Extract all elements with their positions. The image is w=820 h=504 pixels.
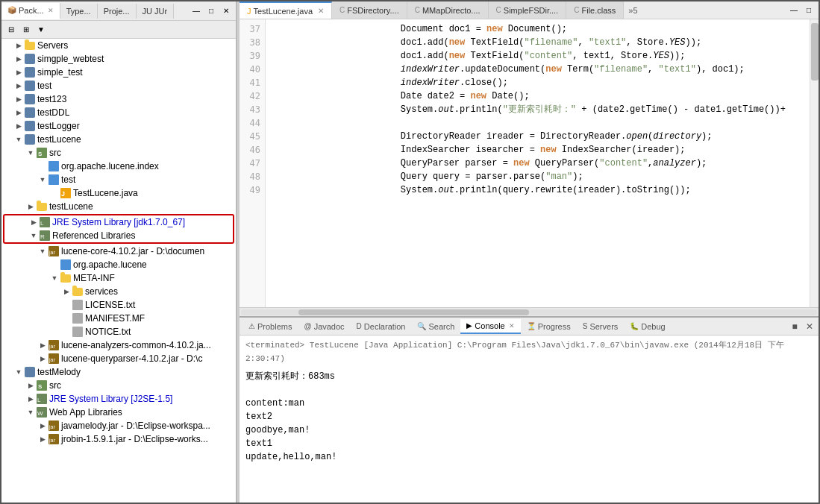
tab-type-hierarchy[interactable]: Type...	[60, 4, 98, 19]
manifest-file-icon	[72, 312, 84, 324]
item-label: Web App Libraries	[49, 407, 122, 418]
list-item[interactable]: ▶ jar lucene-analyzers-common-4.10.2.ja.…	[1, 338, 236, 352]
tab-search[interactable]: 🔍 Search	[411, 320, 460, 333]
jre-system-library-item[interactable]: ▶ L JRE System Library [jdk1.7.0_67]	[4, 215, 233, 229]
list-item[interactable]: org.apache.lucene.index	[1, 160, 236, 173]
tab-junit[interactable]: JU JUr	[137, 4, 175, 19]
stop-console-button[interactable]: ■	[789, 321, 801, 333]
list-item[interactable]: ▼ test	[1, 173, 236, 186]
toggle-icon[interactable]: ▼	[37, 248, 48, 255]
toggle-icon[interactable]: ▼	[37, 176, 48, 183]
toggle-icon[interactable]: ▼	[49, 274, 60, 282]
close-icon-package[interactable]: ✕	[48, 7, 54, 14]
toggle-icon[interactable]: ▶	[13, 42, 24, 49]
maximize-panel-button[interactable]: □	[204, 4, 218, 18]
list-item[interactable]: ▶ S src	[1, 379, 236, 392]
toggle-icon[interactable]: ▶	[37, 435, 48, 443]
toggle-icon[interactable]: ▶	[13, 122, 24, 130]
list-item[interactable]: org.apache.lucene	[1, 258, 236, 271]
list-item[interactable]: ▼ S src	[1, 146, 236, 160]
problems-icon: ⚠	[248, 322, 255, 330]
servers-icon: S	[583, 322, 588, 330]
tab-debug[interactable]: 🐛 Debug	[624, 320, 671, 333]
close-panel-button[interactable]: ✕	[219, 4, 233, 18]
list-item[interactable]: ▼ META-INF	[1, 271, 236, 285]
toggle-icon[interactable]: ▶	[28, 218, 39, 226]
tab-overflow[interactable]: »5	[624, 1, 642, 19]
tab-problems[interactable]: ⚠ Problems	[242, 320, 298, 333]
minimize-panel-button[interactable]: —	[190, 4, 203, 18]
close-console-button[interactable]: ✕	[509, 322, 515, 330]
toggle-icon[interactable]: ▼	[25, 149, 36, 157]
libraries-icon: W	[36, 406, 48, 418]
list-item[interactable]: ▶ L JRE System Library [J2SE-1.5]	[1, 392, 236, 406]
tab-mmapdirectory[interactable]: C MMapDirecto....	[407, 1, 489, 19]
toggle-icon[interactable]: ▶	[25, 395, 36, 403]
referenced-libraries-item[interactable]: ▼ R Referenced Libraries	[4, 229, 233, 242]
list-item[interactable]: ▶ test	[1, 79, 236, 92]
left-panel: 📦 Pack... ✕ Type... Proje... JU JUr — □ …	[1, 1, 237, 503]
tab-progress[interactable]: ⏳ Progress	[521, 320, 577, 333]
toggle-icon[interactable]: ▶	[13, 95, 24, 103]
toggle-icon[interactable]: ▶	[25, 382, 36, 389]
collapse-all-button[interactable]: ⊟	[4, 23, 18, 37]
tab-testlucene[interactable]: J TestLucene.java ✕	[240, 1, 332, 19]
item-label: org.apache.lucene.index	[61, 161, 159, 171]
tab-project-explorer[interactable]: Proje...	[98, 4, 137, 19]
vertical-scrollbar[interactable]	[810, 19, 819, 307]
tab-file-class[interactable]: C File.class	[566, 1, 624, 19]
list-item[interactable]: ▶ testLucene	[1, 200, 236, 213]
tab-label: Debug	[641, 322, 665, 331]
list-item[interactable]: ▶ jar jrobin-1.5.9.1.jar - D:\Eclipse-wo…	[1, 432, 236, 446]
toggle-icon[interactable]: ▶	[37, 341, 48, 349]
folder-icon	[24, 40, 36, 51]
view-menu-button[interactable]: ▼	[34, 23, 48, 37]
toggle-icon[interactable]: ▶	[37, 355, 48, 362]
close-tab-button[interactable]: ✕	[318, 7, 324, 15]
toggle-icon[interactable]: ▼	[13, 136, 24, 143]
list-item[interactable]: ▼ testMelody	[1, 365, 236, 379]
tab-package-explorer[interactable]: 📦 Pack... ✕	[1, 3, 60, 19]
list-item[interactable]: ▶ jar javamelody.jar - D:\Eclipse-worksp…	[1, 419, 236, 432]
minimize-editor-button[interactable]: —	[787, 4, 801, 17]
tab-simplefsdir[interactable]: C SimpleFSDir....	[489, 1, 567, 19]
list-item[interactable]: J TestLucene.java	[1, 186, 236, 200]
toggle-icon[interactable]: ▼	[13, 368, 24, 376]
tab-servers[interactable]: S Servers	[577, 320, 625, 333]
close-console-button[interactable]: ✕	[804, 321, 816, 333]
toggle-icon[interactable]: ▶	[13, 109, 24, 116]
tree-area[interactable]: ▶ Servers ▶ simgple_webtest ▶	[1, 39, 236, 503]
list-item[interactable]: NOTICE.txt	[1, 325, 236, 338]
toggle-icon[interactable]: ▶	[61, 288, 72, 295]
list-item[interactable]: ▼ jar lucene-core-4.10.2.jar - D:\docume…	[1, 245, 236, 258]
toggle-icon[interactable]: ▼	[28, 232, 39, 239]
toggle-icon[interactable]: ▼	[25, 409, 36, 416]
code-content[interactable]: Document doc1 = new Document(); doc1.add…	[266, 19, 810, 307]
tab-javadoc[interactable]: @ Javadoc	[298, 320, 350, 333]
maximize-editor-button[interactable]: □	[802, 4, 816, 17]
toggle-icon[interactable]: ▶	[37, 422, 48, 429]
list-item[interactable]: ▶ testDDL	[1, 106, 236, 119]
list-item[interactable]: ▶ services	[1, 285, 236, 298]
editor-horizontal-scrollbar[interactable]	[240, 307, 819, 316]
list-item[interactable]: ▶ Servers	[1, 39, 236, 52]
list-item[interactable]: LICENSE.txt	[1, 298, 236, 312]
item-label: org.apache.lucene	[73, 259, 147, 270]
tab-fsdirectory[interactable]: C FSDirectory....	[332, 1, 407, 19]
list-item[interactable]: ▶ jar lucene-queryparser-4.10.2.jar - D:…	[1, 352, 236, 365]
toggle-icon[interactable]: ▶	[25, 203, 36, 210]
link-with-editor-button[interactable]: ⊞	[19, 23, 33, 37]
panel-tab-bar: 📦 Pack... ✕ Type... Proje... JU JUr — □ …	[1, 1, 236, 21]
toggle-icon[interactable]: ▶	[13, 55, 24, 63]
list-item[interactable]: MANIFEST.MF	[1, 312, 236, 325]
list-item[interactable]: ▼ testLucene	[1, 133, 236, 146]
list-item[interactable]: ▼ W Web App Libraries	[1, 406, 236, 419]
list-item[interactable]: ▶ simgple_webtest	[1, 52, 236, 66]
tab-console[interactable]: ▶ Console ✕	[460, 319, 520, 334]
list-item[interactable]: ▶ test123	[1, 92, 236, 106]
toggle-icon[interactable]: ▶	[13, 69, 24, 76]
list-item[interactable]: ▶ simple_test	[1, 66, 236, 79]
toggle-icon[interactable]: ▶	[13, 82, 24, 89]
tab-declaration[interactable]: D Declaration	[351, 320, 412, 333]
list-item[interactable]: ▶ testLogger	[1, 119, 236, 133]
